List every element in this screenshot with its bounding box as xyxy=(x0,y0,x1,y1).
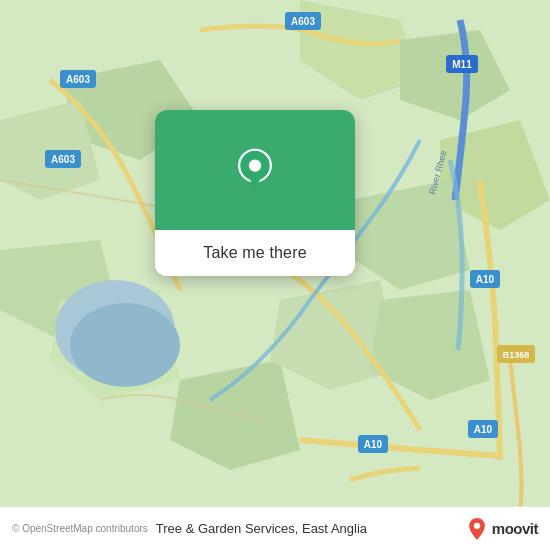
svg-marker-34 xyxy=(248,176,262,188)
location-pin xyxy=(233,148,277,192)
svg-point-13 xyxy=(70,303,180,387)
svg-text:A10: A10 xyxy=(476,274,495,285)
svg-point-33 xyxy=(249,159,261,171)
take-me-there-button[interactable]: Take me there xyxy=(155,230,355,276)
svg-text:M11: M11 xyxy=(452,59,472,70)
moovit-pin-icon xyxy=(466,518,488,540)
place-info: Tree & Garden Services, East Anglia xyxy=(156,521,466,536)
moovit-brand-text: moovit xyxy=(492,520,538,537)
copyright-text: © OpenStreetMap contributors xyxy=(12,523,148,534)
svg-point-35 xyxy=(474,522,480,528)
svg-text:A603: A603 xyxy=(51,154,75,165)
moovit-logo: moovit xyxy=(466,518,538,540)
svg-text:A603: A603 xyxy=(66,74,90,85)
map-container: A603 A603 A603 M11 A10 A10 A10 B1368 Riv… xyxy=(0,0,550,550)
bottom-bar: © OpenStreetMap contributors Tree & Gard… xyxy=(0,506,550,550)
svg-text:A603: A603 xyxy=(291,16,315,27)
svg-text:A10: A10 xyxy=(474,424,493,435)
pin-icon xyxy=(233,148,277,192)
svg-text:A10: A10 xyxy=(364,439,383,450)
svg-text:B1368: B1368 xyxy=(503,350,530,360)
card-map-area xyxy=(155,110,355,230)
location-card: Take me there xyxy=(155,110,355,276)
